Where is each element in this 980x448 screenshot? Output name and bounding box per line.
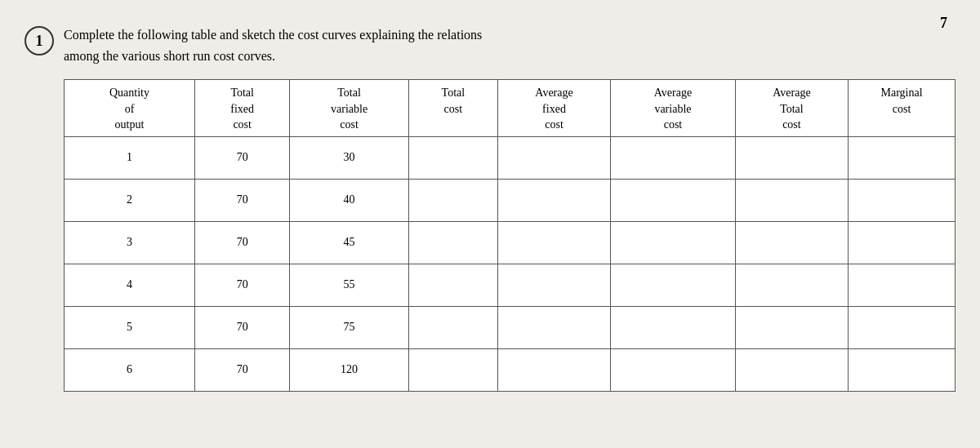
cell-mc-4 <box>849 264 956 306</box>
cell-qty-1: 1 <box>65 136 195 179</box>
cell-tvc-6: 120 <box>290 348 408 391</box>
cell-mc-5 <box>849 306 956 348</box>
cell-tvc-4: 55 <box>290 264 408 306</box>
cell-tvc-5: 75 <box>290 306 408 348</box>
cell-tc-3 <box>408 221 497 264</box>
page-number: 7 <box>940 15 947 32</box>
cell-tfc-5: 70 <box>195 306 290 348</box>
header-atc: AverageTotalcost <box>735 80 848 137</box>
cell-atc-6 <box>735 348 848 391</box>
header-tvc: Totalvariablecost <box>290 80 408 137</box>
cell-avc-5 <box>611 306 736 348</box>
cell-tc-2 <box>408 179 497 221</box>
cell-tfc-2: 70 <box>195 179 290 221</box>
cell-mc-2 <box>849 179 956 221</box>
cell-avc-6 <box>611 348 736 391</box>
cell-afc-1 <box>497 136 610 179</box>
cell-tfc-1: 70 <box>195 136 290 179</box>
cell-tc-5 <box>408 306 497 348</box>
header-mc: Marginalcost <box>849 80 956 137</box>
table-row: 37045 <box>65 221 956 264</box>
cost-table: Quantityofoutput Totalfixedcost Totalvar… <box>64 79 956 392</box>
header-qty: Quantityofoutput <box>65 80 195 137</box>
header-afc: Averagefixedcost <box>497 80 610 137</box>
cell-avc-2 <box>611 179 736 221</box>
cell-tfc-6: 70 <box>195 348 290 391</box>
cell-afc-4 <box>497 264 610 306</box>
table-row: 27040 <box>65 179 956 221</box>
cell-avc-1 <box>611 136 736 179</box>
table-row: 670120 <box>65 348 956 391</box>
cell-qty-2: 2 <box>65 179 195 221</box>
header-tc: Totalcost <box>408 80 497 137</box>
question-number-circle: 1 <box>24 26 54 55</box>
cell-qty-3: 3 <box>65 221 195 264</box>
cell-tc-6 <box>408 348 497 391</box>
cell-tvc-1: 30 <box>290 136 408 179</box>
cell-avc-4 <box>611 264 736 306</box>
cell-afc-2 <box>497 179 610 221</box>
cell-mc-1 <box>849 136 956 179</box>
cell-afc-6 <box>497 348 610 391</box>
question-text: Complete the following table and sketch … <box>64 24 956 66</box>
cell-afc-5 <box>497 306 610 348</box>
cell-atc-5 <box>735 306 848 348</box>
cell-tfc-3: 70 <box>195 221 290 264</box>
cell-qty-4: 4 <box>65 264 195 306</box>
cell-atc-4 <box>735 264 848 306</box>
cell-afc-3 <box>497 221 610 264</box>
table-row: 47055 <box>65 264 956 306</box>
cell-atc-1 <box>735 136 848 179</box>
cell-qty-6: 6 <box>65 348 195 391</box>
cell-tvc-3: 45 <box>290 221 408 264</box>
cell-tfc-4: 70 <box>195 264 290 306</box>
cell-tc-1 <box>408 136 497 179</box>
header-avc: Averagevariablecost <box>611 80 736 137</box>
cell-atc-3 <box>735 221 848 264</box>
cell-tc-4 <box>408 264 497 306</box>
cell-mc-6 <box>849 348 956 391</box>
table-row: 17030 <box>65 136 956 179</box>
cell-avc-3 <box>611 221 736 264</box>
header-tfc: Totalfixedcost <box>195 80 290 137</box>
table-row: 57075 <box>65 306 956 348</box>
cell-mc-3 <box>849 221 956 264</box>
cell-tvc-2: 40 <box>290 179 408 221</box>
cell-atc-2 <box>735 179 848 221</box>
cell-qty-5: 5 <box>65 306 195 348</box>
